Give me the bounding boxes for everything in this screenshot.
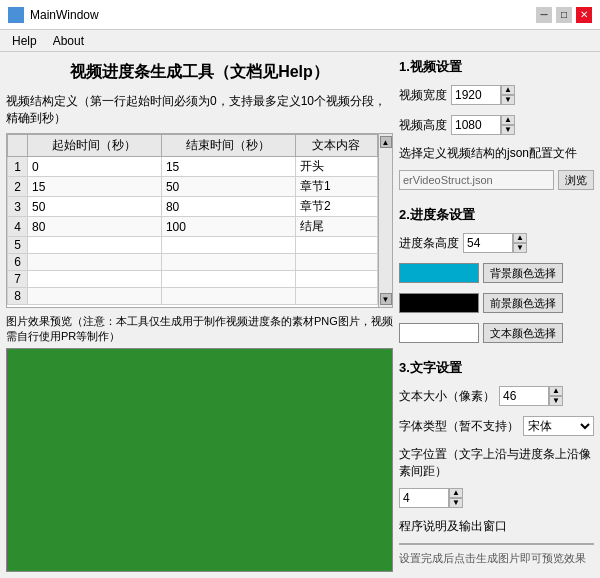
table-row: 7 (8, 271, 378, 288)
row-text[interactable]: 章节2 (295, 197, 377, 217)
font-size-up[interactable]: ▲ (549, 386, 563, 396)
row-end[interactable] (161, 237, 295, 254)
row-text[interactable] (295, 237, 377, 254)
progress-height-up[interactable]: ▲ (513, 233, 527, 243)
progress-height-row: 进度条高度 ▲ ▼ (399, 233, 594, 253)
text-color-row: 文本颜色选择 (399, 323, 594, 343)
page-title: 视频进度条生成工具（文档见Help） (6, 58, 393, 89)
table-section-label: 视频结构定义（第一行起始时间必须为0，支持最多定义10个视频分段，精确到秒） (6, 93, 393, 127)
table-row: 5 (8, 237, 378, 254)
row-num: 4 (8, 217, 28, 237)
output-label: 程序说明及输出窗口 (399, 518, 594, 535)
row-end[interactable]: 100 (161, 217, 295, 237)
row-end[interactable] (161, 254, 295, 271)
row-end[interactable]: 50 (161, 177, 295, 197)
row-start[interactable]: 80 (28, 217, 162, 237)
video-width-down[interactable]: ▼ (501, 95, 515, 105)
font-size-label: 文本大小（像素） (399, 388, 495, 405)
row-end[interactable] (161, 271, 295, 288)
window-controls: ─ □ ✕ (536, 7, 592, 23)
text-pos-row: ▲ ▼ (399, 488, 594, 508)
menu-about[interactable]: About (45, 32, 92, 50)
row-num: 6 (8, 254, 28, 271)
row-start[interactable]: 15 (28, 177, 162, 197)
table-container: 起始时间（秒） 结束时间（秒） 文本内容 1 0 15 开头 2 15 50 章… (6, 133, 393, 308)
fg-color-button[interactable]: 前景颜色选择 (483, 293, 563, 313)
font-size-input[interactable] (499, 386, 549, 406)
video-height-label: 视频高度 (399, 117, 447, 134)
main-content: 视频进度条生成工具（文档见Help） 视频结构定义（第一行起始时间必须为0，支持… (0, 52, 600, 578)
text-pos-input[interactable] (399, 488, 449, 508)
row-start[interactable] (28, 271, 162, 288)
table-scrollbar[interactable]: ▲ ▼ (378, 134, 392, 307)
bg-color-button[interactable]: 背景颜色选择 (483, 263, 563, 283)
font-type-label: 字体类型（暂不支持） (399, 418, 519, 435)
preview-area (6, 348, 393, 572)
json-label: 选择定义视频结构的json配置文件 (399, 145, 594, 162)
row-text[interactable] (295, 254, 377, 271)
window-title: MainWindow (30, 8, 536, 22)
progress-height-down[interactable]: ▼ (513, 243, 527, 253)
row-text[interactable] (295, 288, 377, 305)
window-icon (8, 7, 24, 23)
row-start[interactable] (28, 288, 162, 305)
video-width-up[interactable]: ▲ (501, 85, 515, 95)
menu-help[interactable]: Help (4, 32, 45, 50)
table-row: 4 80 100 结尾 (8, 217, 378, 237)
row-num: 2 (8, 177, 28, 197)
json-file-row: 浏览 (399, 170, 594, 190)
table-row: 8 (8, 288, 378, 305)
text-pos-up[interactable]: ▲ (449, 488, 463, 498)
left-panel: 视频进度条生成工具（文档见Help） 视频结构定义（第一行起始时间必须为0，支持… (6, 58, 393, 572)
row-num: 8 (8, 288, 28, 305)
progress-height-spinner: ▲ ▼ (463, 233, 527, 253)
col-end: 结束时间（秒） (161, 135, 295, 157)
row-text[interactable] (295, 271, 377, 288)
font-size-spinner: ▲ ▼ (499, 386, 563, 406)
table-row: 6 (8, 254, 378, 271)
row-text[interactable]: 结尾 (295, 217, 377, 237)
preview-label: 图片效果预览（注意：本工具仅生成用于制作视频进度条的素材PNG图片，视频需自行使… (6, 314, 393, 344)
maximize-button[interactable]: □ (556, 7, 572, 23)
font-size-down[interactable]: ▼ (549, 396, 563, 406)
fg-color-row: 前景颜色选择 (399, 293, 594, 313)
video-width-input[interactable] (451, 85, 501, 105)
video-width-spinner: ▲ ▼ (451, 85, 515, 105)
progress-height-label: 进度条高度 (399, 235, 459, 252)
row-end[interactable]: 80 (161, 197, 295, 217)
font-type-select[interactable]: 宋体 (523, 416, 594, 436)
col-num (8, 135, 28, 157)
row-num: 5 (8, 237, 28, 254)
json-file-input[interactable] (399, 170, 554, 190)
video-height-down[interactable]: ▼ (501, 125, 515, 135)
row-end[interactable] (161, 288, 295, 305)
text-pos-label: 文字位置（文字上沿与进度条上沿像素间距） (399, 446, 594, 480)
row-start[interactable] (28, 254, 162, 271)
row-text[interactable]: 章节1 (295, 177, 377, 197)
text-color-button[interactable]: 文本颜色选择 (483, 323, 563, 343)
table-row: 3 50 80 章节2 (8, 197, 378, 217)
row-end[interactable]: 15 (161, 157, 295, 177)
hint-text: 设置完成后点击生成图片即可预览效果 (399, 551, 594, 566)
text-color-swatch (399, 323, 479, 343)
row-text[interactable]: 开头 (295, 157, 377, 177)
video-height-up[interactable]: ▲ (501, 115, 515, 125)
minimize-button[interactable]: ─ (536, 7, 552, 23)
bg-color-row: 背景颜色选择 (399, 263, 594, 283)
row-start[interactable]: 50 (28, 197, 162, 217)
text-pos-down[interactable]: ▼ (449, 498, 463, 508)
browse-button[interactable]: 浏览 (558, 170, 594, 190)
close-button[interactable]: ✕ (576, 7, 592, 23)
output-textarea[interactable] (399, 543, 594, 545)
video-height-row: 视频高度 ▲ ▼ (399, 115, 594, 135)
row-num: 7 (8, 271, 28, 288)
text-section-title: 3.文字设置 (399, 359, 594, 377)
progress-height-input[interactable] (463, 233, 513, 253)
table-inner: 起始时间（秒） 结束时间（秒） 文本内容 1 0 15 开头 2 15 50 章… (7, 134, 378, 307)
font-size-row: 文本大小（像素） ▲ ▼ (399, 386, 594, 406)
fg-color-swatch (399, 293, 479, 313)
row-start[interactable]: 0 (28, 157, 162, 177)
video-height-input[interactable] (451, 115, 501, 135)
row-start[interactable] (28, 237, 162, 254)
col-text: 文本内容 (295, 135, 377, 157)
